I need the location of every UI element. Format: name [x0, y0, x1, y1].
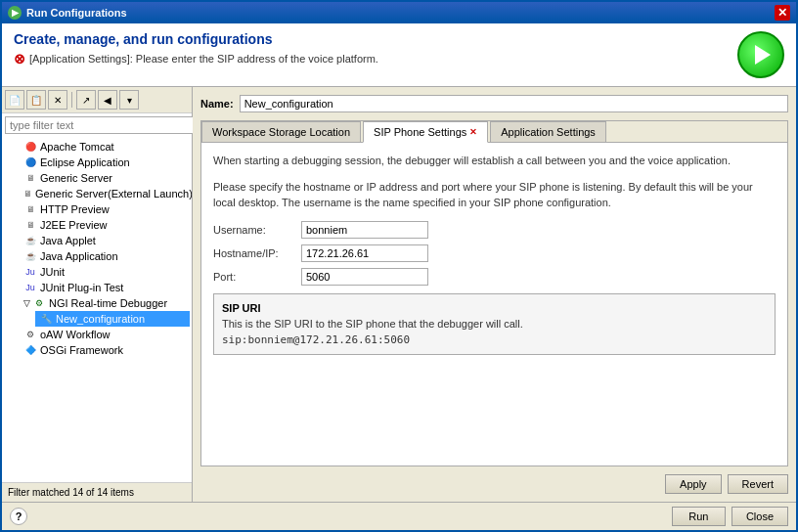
tree-label: Java Application	[40, 250, 118, 262]
tomcat-icon: 🔴	[23, 140, 37, 154]
tree-item-java-applet[interactable]: ☕ Java Applet	[20, 233, 190, 248]
hostname-input[interactable]	[301, 244, 428, 262]
tree-item-generic-server[interactable]: 🖥 Generic Server	[20, 170, 190, 186]
apply-button[interactable]: Apply	[665, 474, 722, 494]
error-icon: ⊗	[14, 51, 25, 66]
ngi-icon: ⚙	[32, 296, 46, 310]
java-app-icon: ☕	[23, 249, 37, 263]
name-label: Name:	[200, 98, 234, 110]
tree-label: JUnit Plug-in Test	[40, 282, 123, 293]
tab-content-sip: When starting a debugging session, the d…	[201, 143, 787, 466]
run-button[interactable]: Run	[672, 507, 726, 526]
description-line1: When starting a debugging session, the d…	[213, 153, 776, 169]
username-label: Username:	[213, 224, 301, 236]
tabs-header: Workspace Storage Location SIP Phone Set…	[201, 121, 787, 143]
left-panel: 📄 📋 ✕ ↗ ◀ ▾ 🔴 Apache Tomcat 🔵 Eclipse Ap…	[2, 87, 193, 502]
config-icon: 🔧	[39, 312, 53, 326]
run-header-button[interactable]	[737, 31, 784, 78]
tree-item-junit-plugin[interactable]: Ju JUnit Plug-in Test	[20, 280, 190, 295]
username-input[interactable]	[301, 221, 428, 239]
tree-label: Apache Tomcat	[40, 141, 114, 153]
tree-label: J2EE Preview	[40, 219, 107, 231]
sip-uri-title: SIP URI	[222, 302, 767, 314]
description-line2: Please specify the hostname or IP addres…	[213, 179, 776, 211]
tab-workspace-storage[interactable]: Workspace Storage Location	[201, 121, 361, 142]
sip-uri-box: SIP URI This is the SIP URI to the SIP p…	[213, 293, 776, 355]
apply-revert-buttons: Apply Revert	[200, 474, 788, 494]
tree-label: Eclipse Application	[40, 156, 130, 168]
main-area: 📄 📋 ✕ ↗ ◀ ▾ 🔴 Apache Tomcat 🔵 Eclipse Ap…	[2, 87, 796, 502]
import-button[interactable]: ◀	[98, 90, 117, 110]
help-button[interactable]: ?	[10, 508, 27, 525]
http-icon: 🖥	[23, 202, 37, 216]
collapse-button[interactable]: ▾	[119, 90, 139, 110]
tab-sip-phone-settings[interactable]: SIP Phone Settings ✕	[363, 121, 488, 143]
tab-app-label: Application Settings	[501, 126, 596, 138]
new-config-button[interactable]: 📄	[5, 90, 24, 110]
delete-button[interactable]: ✕	[48, 90, 67, 110]
run-configurations-window: ▶ Run Configurations ✕ Create, manage, a…	[0, 0, 798, 532]
header-title: Create, manage, and run configurations	[14, 31, 728, 47]
revert-button[interactable]: Revert	[728, 474, 788, 494]
tree-label: NGI Real-time Debugger	[49, 297, 167, 309]
tab-application-settings[interactable]: Application Settings	[490, 121, 606, 142]
window-title: Run Configurations	[26, 7, 127, 19]
tree-item-apache-tomcat[interactable]: 🔴 Apache Tomcat	[20, 139, 190, 155]
tree-item-junit[interactable]: Ju JUnit	[20, 264, 190, 280]
right-panel: Name: Workspace Storage Location SIP Pho…	[193, 87, 796, 502]
java-applet-icon: ☕	[23, 234, 37, 247]
tab-sip-label: SIP Phone Settings	[374, 126, 466, 138]
left-panel-toolbar: 📄 📋 ✕ ↗ ◀ ▾	[2, 87, 192, 113]
tree-item-oaw-workflow[interactable]: ⚙ oAW Workflow	[20, 327, 190, 342]
tree-item-generic-server-external[interactable]: 🖥 Generic Server(External Launch)	[20, 186, 190, 201]
ngi-expand-icon: ▽	[23, 298, 30, 308]
name-row: Name:	[200, 95, 788, 112]
server-ext-icon: 🖥	[23, 187, 32, 200]
tree-label: JUnit	[40, 266, 65, 278]
osgi-icon: 🔷	[23, 343, 37, 357]
tree-label: oAW Workflow	[40, 329, 111, 340]
sip-uri-description: This is the SIP URI to the SIP phone tha…	[222, 318, 767, 330]
tab-sip-close-icon[interactable]: ✕	[469, 127, 477, 137]
title-bar-left: ▶ Run Configurations	[8, 6, 127, 20]
close-button[interactable]: Close	[732, 507, 788, 526]
tree-item-osgi[interactable]: 🔷 OSGi Framework	[20, 342, 190, 358]
tree-item-java-application[interactable]: ☕ Java Application	[20, 248, 190, 264]
tree-label: Generic Server(External Launch)	[35, 188, 192, 200]
tree-label: OSGi Framework	[40, 344, 123, 356]
port-input[interactable]	[301, 268, 428, 286]
window-bottom: ? Run Close	[2, 502, 796, 530]
tree-label: Java Applet	[40, 235, 96, 246]
header-error: ⊗ [Application Settings]: Please enter t…	[14, 51, 728, 66]
filter-input[interactable]	[5, 116, 195, 134]
username-row: Username:	[213, 221, 776, 239]
close-window-button[interactable]: ✕	[775, 5, 790, 21]
filter-count: Filter matched 14 of 14 items	[2, 482, 192, 502]
header-text: Create, manage, and run configurations ⊗…	[14, 31, 728, 66]
tree-label: Generic Server	[40, 172, 112, 184]
tree-item-eclipse-application[interactable]: 🔵 Eclipse Application	[20, 155, 190, 170]
oaw-icon: ⚙	[23, 328, 37, 341]
run-close-buttons: Run Close	[672, 507, 788, 526]
junit-icon: Ju	[23, 265, 37, 279]
sip-uri-value: sip:bonniem@172.21.26.61:5060	[222, 333, 767, 346]
server-icon: 🖥	[23, 171, 37, 185]
duplicate-button[interactable]: 📋	[26, 90, 46, 110]
header-area: Create, manage, and run configurations ⊗…	[2, 23, 796, 87]
j2ee-icon: 🖥	[23, 218, 37, 232]
run-triangle-icon	[755, 45, 771, 65]
port-label: Port:	[213, 271, 301, 283]
tree-item-j2ee-preview[interactable]: 🖥 J2EE Preview	[20, 217, 190, 233]
tree-item-new-configuration[interactable]: 🔧 New_configuration	[35, 311, 190, 327]
port-row: Port:	[213, 268, 776, 286]
tree-area: 🔴 Apache Tomcat 🔵 Eclipse Application 🖥 …	[2, 137, 192, 482]
tabs-area: Workspace Storage Location SIP Phone Set…	[200, 120, 788, 466]
tree-item-http-preview[interactable]: 🖥 HTTP Preview	[20, 201, 190, 217]
error-message: [Application Settings]: Please enter the…	[29, 53, 378, 65]
export-button[interactable]: ↗	[76, 90, 96, 110]
name-input[interactable]	[240, 95, 788, 112]
tree-item-ngi[interactable]: ▽ ⚙ NGI Real-time Debugger	[20, 295, 190, 311]
tree-label: HTTP Preview	[40, 203, 110, 215]
hostname-label: Hostname/IP:	[213, 247, 301, 259]
hostname-row: Hostname/IP:	[213, 244, 776, 262]
